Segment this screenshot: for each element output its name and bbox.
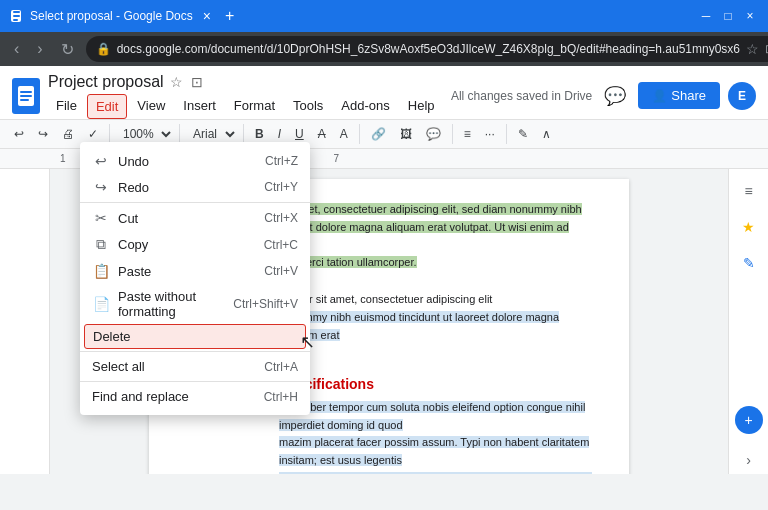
share-label: Share: [671, 88, 706, 103]
undo-toolbar-btn[interactable]: ↩: [8, 123, 30, 145]
explore-btn[interactable]: ≡: [735, 177, 763, 205]
comment-btn[interactable]: 💬: [600, 81, 630, 111]
saved-status: All changes saved in Drive: [451, 89, 592, 103]
menu-file[interactable]: File: [48, 94, 85, 119]
paste-without-icon: 📄: [92, 296, 110, 312]
paste-label: Paste: [118, 264, 256, 279]
doc-title: Project proposal: [48, 73, 164, 91]
undo-icon: ↩: [92, 153, 110, 169]
paste-item[interactable]: 📋 Paste Ctrl+V: [80, 258, 310, 284]
copy-item[interactable]: ⧉ Copy Ctrl+C: [80, 231, 310, 258]
forward-btn[interactable]: ›: [31, 38, 48, 60]
menu-addons[interactable]: Add-ons: [333, 94, 397, 119]
paste-shortcut: Ctrl+V: [264, 264, 298, 278]
copy-icon: ⧉: [92, 236, 110, 253]
redo-icon: ↪: [92, 179, 110, 195]
move-doc-btn[interactable]: ⊡: [189, 72, 205, 92]
spec-text-2: mazim placerat facer possim assum. Typi …: [279, 436, 589, 466]
link-btn[interactable]: 🔗: [365, 123, 392, 145]
cut-label: Cut: [118, 211, 256, 226]
close-btn[interactable]: ×: [740, 6, 760, 26]
window-controls: ─ □ ×: [696, 6, 760, 26]
edit-menu-dropdown: ↩ Undo Ctrl+Z ↪ Redo Ctrl+Y ✂ Cut Ctrl+X…: [80, 142, 310, 415]
redo-shortcut: Ctrl+Y: [264, 180, 298, 194]
print-btn[interactable]: 🖨: [56, 123, 80, 145]
add-btn[interactable]: +: [735, 406, 763, 434]
select-section: Select all Ctrl+A: [80, 352, 310, 382]
browser-bar: ‹ › ↻ 🔒 docs.google.com/document/d/10Dpr…: [0, 32, 768, 66]
clipboard-section: ✂ Cut Ctrl+X ⧉ Copy Ctrl+C 📋 Paste Ctrl+…: [80, 203, 310, 352]
expand-right-btn[interactable]: ›: [735, 446, 763, 474]
toolbar-separator-1: [109, 124, 110, 144]
redo-toolbar-btn[interactable]: ↪: [32, 123, 54, 145]
align-btn[interactable]: ≡: [458, 123, 477, 145]
cut-item[interactable]: ✂ Cut Ctrl+X: [80, 205, 310, 231]
share-btn[interactable]: 👤 Share: [638, 82, 720, 109]
url-bar[interactable]: 🔒 docs.google.com/document/d/10DprOhHSH_…: [86, 36, 768, 62]
edit-btn[interactable]: ✎: [735, 249, 763, 277]
redo-label: Redo: [118, 180, 256, 195]
doc-content: sit amet, consectetuer adipiscing elit, …: [279, 201, 599, 474]
strikethrough-btn[interactable]: A: [312, 123, 332, 145]
copy-label: Copy: [118, 237, 256, 252]
toolbar-separator-3: [243, 124, 244, 144]
toolbar-separator-5: [452, 124, 453, 144]
star-btn[interactable]: ★: [735, 213, 763, 241]
back-btn[interactable]: ‹: [8, 38, 25, 60]
find-replace-shortcut: Ctrl+H: [264, 390, 298, 404]
cursor-icon: ↖: [300, 331, 315, 353]
url-text: docs.google.com/document/d/10DprOhHSH_6z…: [117, 42, 740, 56]
comment-add-btn[interactable]: 💬: [420, 123, 447, 145]
redo-item[interactable]: ↪ Redo Ctrl+Y: [80, 174, 310, 200]
menu-insert[interactable]: Insert: [175, 94, 224, 119]
menu-edit[interactable]: Edit: [87, 94, 127, 119]
app-favicon: [8, 8, 24, 24]
menu-tools[interactable]: Tools: [285, 94, 331, 119]
font-select[interactable]: Arial: [185, 124, 238, 144]
highlighted-text-1: sit amet, consectetuer adipiscing elit, …: [279, 203, 582, 215]
find-section: Find and replace Ctrl+H: [80, 382, 310, 411]
zoom-select[interactable]: 100%: [115, 124, 174, 144]
select-all-label: Select all: [92, 359, 256, 374]
new-tab-btn[interactable]: +: [225, 7, 234, 25]
docs-menu: File Edit View Insert Format Tools Add-o…: [48, 94, 443, 119]
highlighted-text-2: laoreet dolore magna aliquam erat volutp…: [279, 221, 569, 251]
select-all-item[interactable]: Select all Ctrl+A: [80, 354, 310, 379]
image-btn[interactable]: 🖼: [394, 123, 418, 145]
cut-shortcut: Ctrl+X: [264, 211, 298, 225]
undo-item[interactable]: ↩ Undo Ctrl+Z: [80, 148, 310, 174]
paste-without-shortcut: Ctrl+Shift+V: [233, 297, 298, 311]
menu-view[interactable]: View: [129, 94, 173, 119]
minimize-btn[interactable]: ─: [696, 6, 716, 26]
select-all-shortcut: Ctrl+A: [264, 360, 298, 374]
tab-close-btn[interactable]: ×: [203, 8, 211, 24]
more-btn[interactable]: ···: [479, 123, 501, 145]
undo-redo-section: ↩ Undo Ctrl+Z ↪ Redo Ctrl+Y: [80, 146, 310, 203]
delete-item[interactable]: Delete ↖: [84, 324, 306, 349]
docs-header-right: All changes saved in Drive 💬 👤 Share E: [451, 81, 756, 111]
undo-shortcut: Ctrl+Z: [265, 154, 298, 168]
paste-without-label: Paste without formatting: [118, 289, 225, 319]
highlighted-text-4: nonummy nibh euismod tincidunt ut laoree…: [279, 311, 559, 341]
find-replace-item[interactable]: Find and replace Ctrl+H: [80, 384, 310, 409]
ruler-mark-7: 7: [333, 153, 339, 164]
expand-btn[interactable]: ∧: [536, 123, 557, 145]
paste-without-item[interactable]: 📄 Paste without formatting Ctrl+Shift+V: [80, 284, 310, 324]
menu-format[interactable]: Format: [226, 94, 283, 119]
toolbar-separator-6: [506, 124, 507, 144]
ruler-mark-1: 1: [60, 153, 66, 164]
pen-btn[interactable]: ✎: [512, 123, 534, 145]
spec-text-3: in iis qui facit eorum claritatem. Inves…: [279, 472, 592, 474]
user-avatar[interactable]: E: [728, 82, 756, 110]
doc-text-1: n dolor sit amet, consectetuer adipiscin…: [279, 293, 492, 305]
menu-help[interactable]: Help: [400, 94, 443, 119]
title-bar: Select proposal - Google Docs × + ─ □ ×: [0, 0, 768, 32]
star-doc-btn[interactable]: ☆: [168, 72, 185, 92]
undo-label: Undo: [118, 154, 257, 169]
paste-icon: 📋: [92, 263, 110, 279]
share-icon: 👤: [652, 89, 667, 103]
maximize-btn[interactable]: □: [718, 6, 738, 26]
refresh-btn[interactable]: ↻: [55, 38, 80, 61]
text-color-btn[interactable]: A: [334, 123, 354, 145]
tab-title: Select proposal - Google Docs: [30, 9, 193, 23]
